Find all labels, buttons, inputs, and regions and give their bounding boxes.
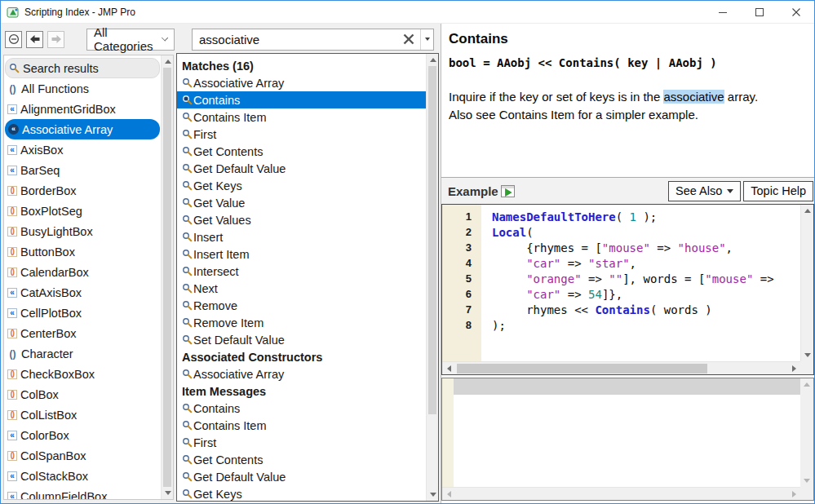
match-item-get-value[interactable]: Get Value — [177, 194, 426, 211]
search-box — [192, 29, 434, 51]
magnifier-icon — [182, 317, 193, 328]
item-syntax: bool = AAobj << Contains( key | AAobj ) — [449, 56, 806, 69]
scroll-down-arrow[interactable] — [427, 489, 439, 501]
match-item-get-default-value[interactable]: Get Default Value — [177, 160, 426, 177]
scroll-up-arrow[interactable] — [801, 205, 814, 217]
scroll-right-arrow[interactable] — [787, 362, 800, 375]
scroll-up-arrow[interactable] — [800, 378, 813, 391]
match-item-contains-item[interactable]: Contains Item — [177, 417, 426, 434]
match-item-first[interactable]: First — [177, 126, 426, 143]
scroll-up-arrow[interactable] — [162, 55, 174, 68]
magnifier-icon — [182, 420, 193, 431]
sidebar-item-all-functions[interactable]: ()All Functions — [4, 78, 161, 99]
sidebar-item-alignmentgridbox[interactable]: «AlignmentGridBox — [4, 99, 161, 119]
match-item-get-contents[interactable]: Get Contents — [177, 143, 426, 160]
scroll-right-arrow[interactable] — [787, 488, 800, 501]
match-item-get-keys[interactable]: Get Keys — [177, 177, 426, 194]
match-item-label: Get Default Value — [193, 471, 286, 484]
forward-arrow-icon — [51, 35, 61, 43]
sidebar-item-colorbox[interactable]: «ColorBox — [4, 425, 161, 445]
match-item-get-contents[interactable]: Get Contents — [177, 451, 426, 468]
code-horizontal-scrollbar[interactable] — [442, 361, 800, 374]
search-history-dropdown[interactable] — [420, 29, 433, 50]
sidebar-item-buttonbox[interactable]: ()ButtonBox — [4, 241, 161, 262]
sidebar-item-collistbox[interactable]: ()ColListBox — [4, 405, 161, 425]
sidebar-item-associative-array[interactable]: «Associative Array — [5, 119, 160, 139]
match-item-associative-array[interactable]: Associative Array — [177, 74, 426, 91]
line-number: 4 — [442, 257, 481, 269]
sidebar-scrollbar[interactable] — [161, 55, 173, 499]
scroll-down-arrow[interactable] — [162, 487, 174, 499]
match-item-next[interactable]: Next — [177, 280, 426, 297]
scroll-left-arrow[interactable] — [442, 488, 455, 501]
match-item-first[interactable]: First — [177, 434, 426, 451]
match-item-contains[interactable]: Contains — [177, 400, 426, 417]
sidebar-item-label: CheckBoxBox — [20, 368, 95, 381]
close-button[interactable] — [777, 1, 814, 23]
match-item-remove-item[interactable]: Remove Item — [177, 314, 426, 331]
magnifier-icon — [182, 249, 193, 259]
code-segment: => — [560, 257, 588, 270]
sidebar-item-character[interactable]: ()Character — [4, 343, 161, 364]
sidebar-item-boxplotseg[interactable]: ()BoxPlotSeg — [4, 201, 161, 221]
topic-help-button[interactable]: Topic Help — [743, 181, 813, 201]
scroll-up-arrow[interactable] — [427, 54, 439, 66]
sidebar-item-colspanbox[interactable]: ()ColSpanBox — [4, 445, 161, 466]
sidebar-item-borderbox[interactable]: ()BorderBox — [4, 180, 161, 201]
match-item-remove[interactable]: Remove — [177, 297, 426, 314]
scrollbar-thumb[interactable] — [163, 68, 171, 487]
sidebar-item-axisbox[interactable]: «AxisBox — [4, 139, 161, 160]
collapse-categories-button[interactable] — [5, 31, 22, 48]
match-item-contains-item[interactable]: Contains Item — [177, 108, 426, 126]
matches-scrollbar[interactable] — [426, 54, 438, 501]
scroll-down-arrow[interactable] — [800, 475, 813, 487]
sidebar-item-columnfieldbox[interactable]: «ColumnFieldBox — [4, 486, 161, 499]
sidebar-item-colstackbox[interactable]: «ColStackBox — [4, 466, 161, 486]
minimize-button[interactable] — [704, 1, 741, 23]
sidebar-item-colbox[interactable]: ()ColBox — [4, 384, 161, 405]
match-item-get-values[interactable]: Get Values — [177, 211, 426, 228]
match-item-insert-item[interactable]: Insert Item — [177, 245, 426, 263]
match-item-set-default-value[interactable]: Set Default Value — [177, 331, 426, 348]
match-item-insert[interactable]: Insert — [177, 228, 426, 245]
back-button[interactable] — [26, 31, 43, 48]
sidebar-item-label: BarSeq — [20, 164, 60, 177]
magnifier-icon — [182, 403, 193, 413]
sidebar-item-label: All Functions — [21, 82, 89, 95]
sidebar-item-barseq[interactable]: «BarSeq — [4, 160, 161, 180]
forward-button[interactable] — [47, 31, 64, 48]
match-item-intersect[interactable]: Intersect — [177, 263, 426, 280]
sidebar-item-cataxisbox[interactable]: «CatAxisBox — [4, 282, 161, 303]
example-code-editor[interactable]: 1NamesDefaultToHere( 1 );2Local(3 {rhyme… — [441, 204, 814, 375]
see-also-button[interactable]: See Also — [668, 181, 741, 201]
code-line: 8); — [442, 317, 800, 333]
sidebar-item-centerbox[interactable]: ()CenterBox — [4, 323, 161, 343]
match-item-get-keys[interactable]: Get Keys — [177, 485, 426, 501]
sidebar-item-calendarbox[interactable]: ()CalendarBox — [4, 262, 161, 282]
log-vertical-scrollbar[interactable] — [800, 378, 813, 487]
run-script-button[interactable] — [501, 185, 515, 197]
code-segment: 54 — [588, 288, 602, 301]
maximize-button[interactable] — [741, 1, 777, 23]
scroll-left-arrow[interactable] — [442, 362, 455, 375]
match-item-contains[interactable]: Contains — [177, 91, 426, 108]
sidebar-item-cellplotbox[interactable]: «CellPlotBox — [4, 303, 161, 323]
sidebar-item-checkboxbox[interactable]: ()CheckBoxBox — [4, 364, 161, 384]
example-header: Example See Also Topic Help — [441, 177, 814, 204]
scrollbar-corner — [800, 487, 813, 500]
scrollbar-thumb[interactable] — [457, 364, 707, 374]
code-vertical-scrollbar[interactable] — [800, 205, 813, 361]
search-input[interactable] — [193, 33, 397, 46]
log-output-panel[interactable] — [441, 378, 814, 501]
category-dropdown[interactable]: All Categories — [86, 29, 175, 51]
matches-panel: Matches (16) Associative Array Contains … — [176, 53, 439, 502]
sidebar-item-busylightbox[interactable]: ()BusyLightBox — [4, 221, 161, 241]
match-item-get-default-value[interactable]: Get Default Value — [177, 468, 426, 485]
match-item-associative-array[interactable]: Associative Array — [177, 365, 426, 382]
box-paren-icon: () — [7, 410, 17, 420]
sidebar-item-search-results[interactable]: Search results — [5, 58, 160, 78]
clear-search-button[interactable] — [397, 29, 420, 50]
scroll-down-arrow[interactable] — [801, 349, 814, 361]
scrollbar-thumb[interactable] — [428, 66, 436, 414]
log-horizontal-scrollbar[interactable] — [442, 487, 800, 500]
